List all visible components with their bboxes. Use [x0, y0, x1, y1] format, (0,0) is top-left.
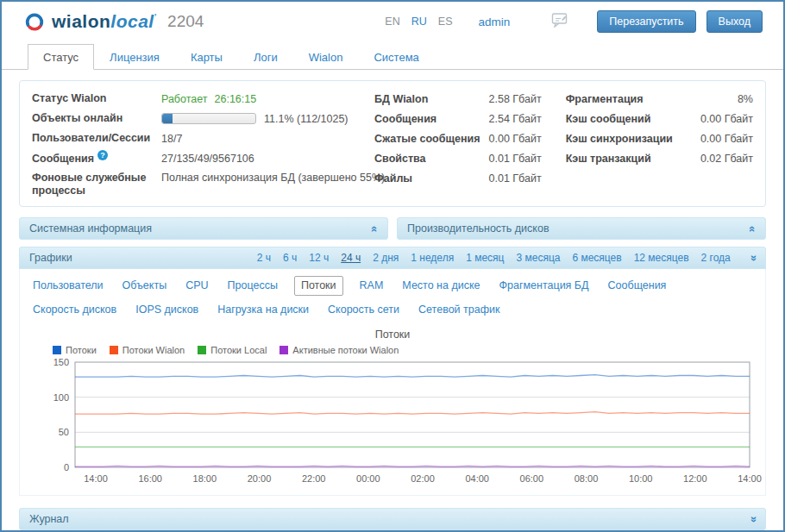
status-column-left: Статус Wialon Работает26:16:15 Объекты о… [32, 89, 374, 197]
feedback-message-icon[interactable] [551, 12, 569, 31]
svg-text:06:00: 06:00 [520, 473, 544, 484]
legend-label: Активные потоки Wialon [292, 345, 399, 355]
charts-panel-header[interactable]: Графики 2 ч 6 ч 12 ч 24 ч 2 дня 1 неделя… [19, 247, 766, 269]
label: Файлы [374, 172, 488, 185]
chevron-up-icon[interactable]: « [747, 254, 758, 260]
chart-tab[interactable]: RAM [357, 276, 386, 296]
units-online-progressbar [161, 113, 256, 124]
chart-tab[interactable]: Нагрузка на диски [215, 300, 311, 320]
time-range-link[interactable]: 6 месяцев [572, 252, 621, 264]
brand-logo: wialonlocalʼ 2204 [24, 11, 204, 32]
time-range-link[interactable]: 2 года [701, 252, 731, 264]
chevron-up-icon[interactable]: « [747, 516, 758, 522]
chart-tab[interactable]: Процессы [225, 276, 280, 296]
svg-text:50: 50 [59, 427, 69, 437]
nav-tab[interactable]: Карты [175, 44, 238, 70]
chart-tab[interactable]: Объекты [120, 276, 170, 296]
chart-legend: Потоки Потоки Wialon Потоки Local [20, 345, 765, 355]
uptime: 26:16:15 [215, 93, 257, 105]
label: Сжатые сообщения [374, 133, 488, 145]
legend-item: Активные потоки Wialon [279, 345, 399, 355]
chart-tab[interactable]: Скорость дисков [30, 300, 119, 320]
user-link[interactable]: admin [478, 16, 510, 28]
chevron-down-icon[interactable]: « [747, 225, 758, 231]
version-number: 2204 [167, 12, 204, 31]
svg-text:12:00: 12:00 [683, 473, 707, 484]
help-icon[interactable]: ? [97, 150, 108, 160]
chart-tab[interactable]: Потоки [294, 276, 343, 296]
collapsed-panels-row: Системная информация « Производительност… [19, 217, 766, 240]
wialon-status-value: Работает26:16:15 [161, 93, 256, 105]
main-tabbar: Статус Лицензия Карты Логи Wialon Систем… [2, 43, 783, 70]
time-range-link[interactable]: 12 месяцев [634, 252, 689, 264]
label: Кэш синхронизации [566, 133, 700, 145]
legend-color-swatch [279, 346, 288, 354]
status-row: Кэш транзакций 0.02 Гбайт [566, 148, 753, 168]
status-row: Сжатые сообщения 0.00 Гбайт [374, 128, 542, 148]
restart-button[interactable]: Перезапустить [597, 10, 695, 33]
disk-performance-panel-header[interactable]: Производительность дисков « [397, 217, 766, 240]
time-range-link[interactable]: 2 дня [373, 252, 399, 264]
label: Сообщения? [32, 150, 161, 166]
time-range-link[interactable]: 3 месяца [516, 252, 560, 264]
svg-text:00:00: 00:00 [356, 473, 380, 484]
value: 2.54 Гбайт [489, 113, 542, 125]
chart-tab[interactable]: Скорость сети [325, 300, 402, 320]
label: Сообщения [374, 113, 488, 125]
journal-panel-header[interactable]: Журнал « [19, 508, 766, 530]
system-info-panel-header[interactable]: Системная информация « [19, 217, 388, 240]
chart-tab[interactable]: Место на диске [399, 276, 482, 296]
legend-color-swatch [53, 346, 61, 354]
legend-label: Потоки Local [210, 345, 267, 355]
header: wialonlocalʼ 2204 EN RU ES admin Перезап… [2, 2, 783, 41]
status-panel: Статус Wialon Работает26:16:15 Объекты о… [19, 80, 766, 207]
nav-tab[interactable]: Логи [238, 44, 293, 70]
time-range-link[interactable]: 1 месяц [466, 252, 504, 264]
chart-tab[interactable]: Фрагментация БД [497, 276, 592, 296]
nav-tab[interactable]: Система [358, 44, 434, 70]
messages-value: 27/135/49/9567106 [161, 153, 254, 165]
nav-tab[interactable]: Статус [28, 44, 94, 70]
panel-title: Производительность дисков [407, 222, 550, 235]
status-column-right: Фрагментация 8% Кэш сообщений 0.00 Гбайт… [566, 89, 753, 197]
status-row-wialon: Статус Wialon Работает26:16:15 [32, 89, 374, 109]
language-link[interactable]: RU [411, 16, 427, 28]
value: 0.02 Гбайт [700, 153, 753, 165]
panel-title: Графики [29, 252, 72, 264]
time-range-link[interactable]: 6 ч [283, 252, 297, 264]
charts-panel: Графики 2 ч 6 ч 12 ч 24 ч 2 дня 1 неделя… [19, 247, 766, 496]
time-range-link[interactable]: 12 ч [309, 252, 329, 264]
label: Пользователи/Сессии [32, 132, 161, 145]
label: Фрагментация [566, 93, 738, 105]
label: Кэш сообщений [566, 113, 700, 125]
language-link[interactable]: ES [438, 16, 453, 28]
language-link[interactable]: EN [385, 16, 399, 28]
chart-tab[interactable]: CPU [183, 276, 210, 296]
units-online-value: 11.1% (112/1025) [264, 113, 349, 125]
logout-button[interactable]: Выход [706, 10, 763, 33]
value: 2.58 Гбайт [489, 93, 542, 105]
chart-tab[interactable]: Пользователи [30, 276, 106, 296]
label: Свойства [374, 153, 488, 165]
time-range-link[interactable]: 1 неделя [411, 252, 454, 264]
label: Объекты онлайн [32, 112, 161, 125]
time-range-link[interactable]: 2 ч [257, 252, 271, 264]
legend-item: Потоки Local [198, 345, 267, 355]
legend-label: Потоки Wialon [122, 345, 185, 355]
chevron-down-icon[interactable]: « [369, 225, 380, 231]
nav-tab[interactable]: Лицензия [94, 44, 175, 70]
value: 0.01 Гбайт [489, 172, 542, 185]
chart-tab[interactable]: Сетевой трафик [416, 300, 502, 320]
chart-tab[interactable]: Сообщения [606, 276, 669, 296]
legend-label: Потоки [66, 345, 97, 355]
svg-text:04:00: 04:00 [465, 473, 489, 484]
chart-tab[interactable]: IOPS дисков [133, 300, 201, 320]
background-processes-value: Полная синхронизация БД (завершено 55%) [161, 172, 385, 184]
value: 0.00 Гбайт [489, 133, 542, 145]
header-right: EN RU ES admin Перезапустить Выход [374, 10, 763, 33]
svg-text:08:00: 08:00 [575, 473, 599, 484]
nav-tab[interactable]: Wialon [293, 44, 359, 70]
panel-title: Системная информация [29, 222, 152, 235]
time-range-link[interactable]: 24 ч [341, 252, 361, 264]
wialon-logo-icon [24, 11, 45, 32]
